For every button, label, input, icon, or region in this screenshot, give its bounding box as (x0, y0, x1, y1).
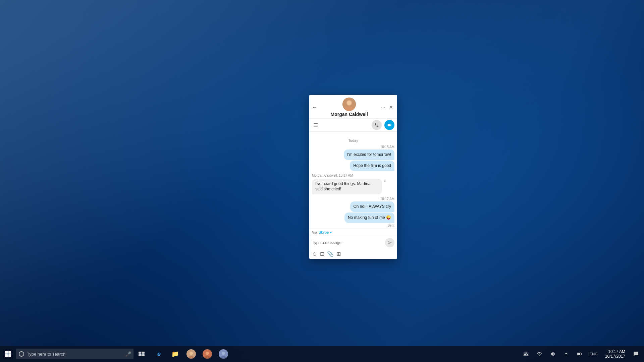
svg-point-9 (190, 352, 193, 355)
folder-icon: 📁 (171, 350, 179, 358)
task-view-button[interactable] (133, 346, 150, 362)
message-status: Sent (387, 224, 394, 227)
via-service-bar: Via Skype ▾ (309, 229, 397, 236)
message-time: 10:17 AM (380, 197, 394, 201)
contact-name: Morgan Caldwell (331, 112, 368, 117)
search-icon (19, 351, 24, 357)
svg-point-3 (347, 101, 351, 105)
user-avatar-1 (186, 349, 196, 359)
taskbar-avatar-app-3[interactable] (215, 346, 231, 362)
chat-actions: ☰ (309, 119, 397, 132)
microphone-icon[interactable]: 🎤 (125, 351, 131, 357)
emoji-icon[interactable]: ☺ (312, 251, 317, 257)
message-time: 10:15 AM (380, 145, 394, 149)
desktop: ← Morgan Caldwell (0, 0, 644, 362)
battery-icon[interactable] (573, 346, 586, 362)
message-bubble: Oh no! I ALWAYS cry (350, 201, 394, 212)
user-avatar-2 (203, 349, 212, 359)
chat-header-left: ← (312, 104, 319, 110)
via-label: Via (312, 230, 317, 234)
svg-point-12 (206, 352, 209, 355)
phone-button[interactable] (372, 120, 382, 130)
svg-rect-7 (142, 354, 145, 356)
sender-label: Morgan Caldwell, 10:17 AM (312, 174, 394, 177)
taskbar-apps: e 📁 (151, 346, 231, 362)
chevron-down-icon: ▾ (330, 231, 332, 234)
incoming-message-group: Morgan Caldwell, 10:17 AM I've heard goo… (312, 174, 394, 195)
message-bubble: No making fun of me 😜 (344, 213, 394, 223)
taskbar-file-explorer-app[interactable]: 📁 (167, 346, 183, 362)
image-icon[interactable]: ⊡ (320, 251, 324, 257)
outgoing-message-group-2: 10:17 AM Oh no! I ALWAYS cry No making f… (312, 197, 394, 227)
start-button[interactable] (0, 346, 16, 362)
svg-rect-18 (578, 353, 580, 355)
close-button[interactable]: ✕ (388, 104, 394, 111)
search-placeholder-text: Type here to search (27, 352, 65, 357)
taskbar-time: 10:17 AM (608, 349, 625, 354)
send-button[interactable] (385, 238, 394, 247)
volume-icon[interactable] (546, 346, 559, 362)
chat-header: ← Morgan Caldwell (309, 95, 397, 119)
via-service-link[interactable]: Skype (319, 230, 329, 234)
taskbar-clock[interactable]: 10:17 AM 10/17/2017 (601, 346, 629, 362)
back-button[interactable]: ← (312, 104, 317, 110)
chat-messages[interactable]: you: Today 10:15 AM I'm excited for tomo… (309, 132, 397, 229)
ie-icon: e (157, 351, 161, 358)
chat-header-right: ··· ✕ (380, 104, 394, 111)
outgoing-message-group-1: 10:15 AM I'm excited for tomorrow! Hope … (312, 145, 394, 171)
menu-icon[interactable]: ☰ (313, 122, 318, 128)
svg-rect-6 (139, 354, 142, 356)
attachment-icon[interactable]: 📎 (327, 251, 334, 257)
message-input-area (309, 236, 397, 249)
chat-header-center: Morgan Caldwell (319, 98, 380, 117)
svg-rect-19 (581, 354, 582, 355)
windows-logo-icon (5, 351, 11, 357)
people-button[interactable] (519, 346, 533, 362)
notification-center-button[interactable] (629, 346, 643, 362)
tray-expand-button[interactable] (559, 346, 573, 362)
video-button[interactable] (384, 120, 394, 130)
message-bubble: I've heard good things. Martina said she… (312, 179, 382, 195)
language-icon[interactable]: ENG (586, 346, 601, 362)
date-separator: Today (312, 138, 394, 142)
taskbar-search-bar[interactable]: Type here to search 🎤 (16, 349, 133, 359)
svg-rect-4 (139, 352, 141, 354)
contact-avatar (342, 98, 356, 111)
link-icon[interactable]: ⊞ (336, 251, 341, 257)
taskbar-avatar-app-1[interactable] (183, 346, 199, 362)
taskbar-ie-app[interactable]: e (151, 346, 167, 362)
avatar-image (342, 98, 356, 111)
chat-toolbar: ☺ ⊡ 📎 ⊞ (309, 249, 397, 259)
more-options-button[interactable]: ··· (380, 104, 386, 111)
message-bubble: Hope the film is good (350, 161, 394, 171)
svg-rect-5 (142, 352, 145, 354)
taskbar-avatar-app-2[interactable] (199, 346, 215, 362)
edit-icon: ⊙ (383, 179, 386, 182)
message-bubble: I'm excited for tomorrow! (344, 149, 394, 160)
svg-point-15 (222, 352, 225, 355)
truncated-message: you: (312, 134, 394, 136)
user-avatar-3 (219, 349, 228, 359)
chat-window: ← Morgan Caldwell (309, 95, 397, 259)
network-icon[interactable] (533, 346, 546, 362)
taskbar: Type here to search 🎤 e 📁 (0, 346, 644, 362)
message-input[interactable] (312, 240, 385, 245)
taskbar-date: 10/17/2017 (605, 354, 625, 359)
taskbar-right-area: ENG 10:17 AM 10/17/2017 (519, 346, 644, 362)
